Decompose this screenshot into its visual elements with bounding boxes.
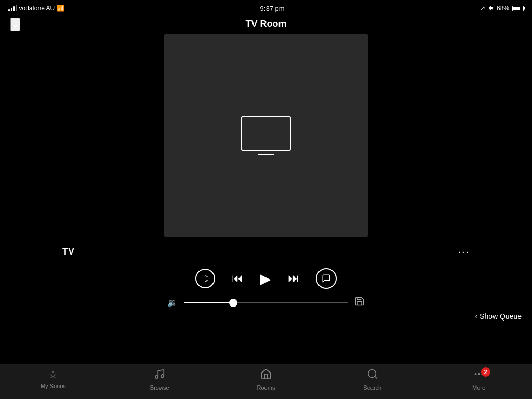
album-art-container [0, 34, 532, 237]
browse-label: Browse [150, 384, 169, 391]
play-button[interactable]: ▶ [260, 270, 271, 287]
my-sonos-icon: ☆ [48, 368, 58, 381]
collapse-button[interactable]: ⌄ [10, 18, 20, 31]
status-time: 9:37 pm [260, 5, 285, 12]
status-bar: vodafone AU 📶 9:37 pm ↗ ✱ 68% [0, 0, 532, 17]
playback-controls: ☽ ⏮ ▶ ⏭ [195, 268, 337, 289]
location-icon: ↗ [480, 5, 485, 12]
track-title: TV [62, 246, 74, 257]
volume-thumb[interactable] [229, 299, 237, 307]
more-label: More [472, 384, 485, 391]
more-badge: 2 [481, 367, 490, 377]
speech-enhancement-button[interactable] [316, 268, 337, 289]
nav-item-my-sonos[interactable]: ☆ My Sonos [0, 368, 107, 389]
tv-screen-icon [241, 116, 291, 151]
save-to-queue-icon[interactable] [354, 296, 365, 309]
sleep-timer-button[interactable]: ☽ [195, 269, 215, 288]
carrier-label: vodafone AU [19, 5, 55, 12]
rooms-label: Rooms [257, 384, 275, 391]
bottom-nav: ☆ My Sonos Browse Rooms Search [0, 364, 532, 399]
status-left: vodafone AU 📶 [8, 5, 64, 12]
signal-icon [8, 5, 17, 11]
svg-point-4 [475, 374, 476, 375]
svg-point-0 [155, 376, 158, 379]
search-icon [367, 368, 378, 382]
svg-line-3 [375, 376, 377, 378]
volume-icon: 🔉 [167, 298, 178, 308]
page-title: TV Room [246, 19, 287, 30]
status-right: ↗ ✱ 68% [480, 5, 524, 12]
tv-stand-icon [258, 154, 274, 155]
track-info: TV ··· [0, 237, 532, 262]
volume-row: 🔉 [167, 296, 365, 309]
browse-icon [154, 368, 165, 382]
battery-fill [513, 7, 520, 10]
show-queue-row: ‹ Show Queue [0, 309, 532, 324]
battery-percent: 68% [497, 5, 509, 12]
volume-slider-track[interactable] [184, 302, 348, 303]
show-queue-label: Show Queue [480, 312, 522, 321]
wifi-icon: 📶 [57, 5, 64, 12]
bluetooth-icon: ✱ [488, 5, 494, 12]
battery-icon [512, 6, 524, 11]
header: ⌄ TV Room [0, 17, 532, 34]
my-sonos-label: My Sonos [41, 383, 66, 389]
nav-item-browse[interactable]: Browse [107, 368, 213, 391]
rooms-icon [260, 368, 272, 382]
search-label: Search [363, 384, 381, 391]
next-button[interactable]: ⏭ [288, 272, 299, 285]
show-queue-button[interactable]: ‹ Show Queue [475, 312, 522, 321]
nav-item-search[interactable]: Search [319, 368, 425, 391]
previous-button[interactable]: ⏮ [232, 272, 243, 285]
volume-slider-fill [184, 302, 233, 303]
track-menu-button[interactable]: ··· [458, 246, 470, 258]
nav-item-more[interactable]: 2 More [425, 368, 532, 391]
svg-point-5 [478, 374, 479, 375]
tv-icon-wrapper [241, 116, 291, 155]
controls-section: ☽ ⏮ ▶ ⏭ 🔉 [0, 268, 532, 309]
show-queue-chevron-icon: ‹ [475, 312, 477, 321]
nav-item-rooms[interactable]: Rooms [213, 368, 320, 391]
album-art [164, 34, 368, 237]
